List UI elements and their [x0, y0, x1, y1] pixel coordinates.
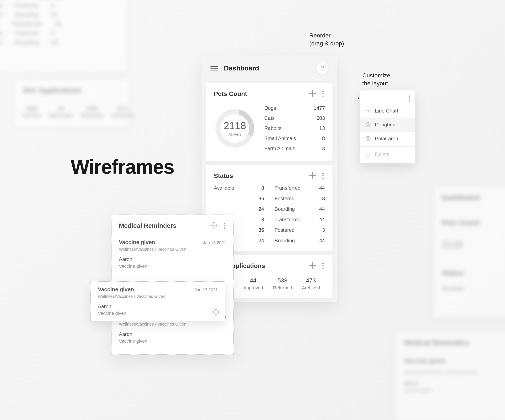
reminder-who: Aaron	[119, 331, 226, 337]
pets-count-card: Pets Count 2118 All Pets Dogs1477 Cats60…	[206, 83, 332, 161]
customize-menu: Line Chart Doughnut Polar area Delete	[360, 90, 415, 163]
reminder-item-dragging[interactable]: Vaccine givenJan 13 2021 Wellness/Vaccin…	[90, 281, 225, 321]
menu-icon[interactable]	[210, 66, 218, 70]
reminder-title[interactable]: Vaccine given	[98, 286, 134, 293]
reminder-action: Vaccine given	[119, 339, 226, 344]
dashboard-title: Dashboard	[224, 64, 259, 72]
menu-item-delete[interactable]: Delete	[360, 147, 415, 161]
ghost-applications-panel: ther Applications 688Denied 44Approved 5…	[15, 80, 128, 126]
svg-point-5	[367, 137, 369, 140]
card-menu-button[interactable]	[321, 90, 325, 98]
move-icon	[310, 91, 315, 96]
reminder-title[interactable]: Vaccine given	[119, 239, 155, 246]
stat-approved: 44Approved	[243, 277, 263, 291]
reminder-who: Aaron	[119, 256, 226, 262]
card-title: Pets Count	[214, 90, 247, 97]
card-menu-button[interactable]	[321, 262, 325, 270]
card-menu-button[interactable]	[321, 172, 325, 180]
card-menu-button[interactable]	[222, 221, 226, 230]
list-item: Small Animals8	[264, 133, 325, 144]
reminder-item[interactable]: Vaccine givenJan 13 2021 Wellness/Vaccin…	[112, 234, 233, 274]
ghost-reminders-panel: Medical Reminders Vaccine given Wellness…	[396, 332, 505, 420]
move-icon	[310, 263, 315, 268]
drag-handle[interactable]	[211, 223, 216, 229]
stat-returned: 538Returned	[273, 277, 292, 291]
menu-item-label: Polar area	[375, 136, 398, 142]
divider	[360, 146, 415, 147]
reminder-who: Aaron	[98, 303, 218, 309]
list-item: Cats603	[264, 113, 325, 123]
polar-icon	[365, 135, 371, 142]
svg-point-3	[367, 124, 369, 125]
doughnut-icon	[365, 122, 371, 128]
list-item: Dogs1477	[264, 103, 325, 113]
move-icon	[310, 173, 315, 178]
drag-handle[interactable]	[213, 309, 219, 316]
list-item: Farm Animals3	[264, 144, 325, 154]
reminder-subtitle: Wellness/Vaccines / Vaccines Given	[119, 247, 226, 252]
popover-menu-button[interactable]	[408, 94, 412, 103]
reminder-subtitle: Wellness/Vaccines / Vaccines Given	[119, 322, 226, 327]
trash-icon	[365, 151, 371, 157]
menu-item-label: Delete	[375, 151, 390, 157]
stat-archived: 473Archived	[302, 277, 320, 291]
menu-item-label: Line Chart	[375, 108, 398, 114]
move-icon	[211, 223, 216, 228]
reminder-date: Jan 13 2021	[195, 288, 218, 292]
svg-point-4	[366, 137, 370, 141]
annotation-reorder: Reorder (drag & drop)	[309, 31, 344, 48]
status-label: Available	[214, 185, 243, 191]
dashboard-header: Dashboard	[202, 55, 337, 79]
pets-donut-chart: 2118 All Pets	[214, 107, 256, 149]
pets-total: 2118	[224, 120, 246, 132]
reminder-action: Vaccine given	[98, 311, 218, 316]
pets-breakdown-list: Dogs1477 Cats603 Rabbits13 Small Animals…	[264, 103, 325, 154]
reminder-subtitle: Wellness/Vaccines / Vaccines Given	[98, 294, 218, 299]
card-title: Medical Reminders	[119, 222, 176, 229]
bell-icon	[320, 66, 325, 71]
menu-item-label: Doughnut	[375, 122, 397, 128]
reminder-action: Vaccine given	[119, 263, 226, 269]
drag-handle[interactable]	[310, 173, 315, 179]
annotation-customize: Customize the layout	[362, 71, 390, 88]
notifications-button[interactable]	[316, 62, 328, 74]
menu-item-doughnut[interactable]: Doughnut	[360, 118, 415, 132]
menu-item-polar-area[interactable]: Polar area	[360, 132, 415, 145]
pets-total-label: All Pets	[228, 132, 241, 137]
line-chart-icon	[365, 108, 371, 114]
menu-item-line-chart[interactable]: Line Chart	[360, 104, 415, 118]
ghost-dashboard-panel: Dashboard Pets Count 2118 Status Availab…	[433, 187, 505, 318]
drag-handle[interactable]	[310, 91, 315, 97]
card-title: Status	[214, 172, 233, 179]
page-title: Wireframes	[71, 156, 174, 178]
move-icon	[213, 309, 219, 315]
reminder-date: Jan 13 2021	[203, 240, 226, 245]
list-item: Rabbits13	[264, 123, 325, 133]
ghost-status-panel: Available8Transferred44 36Fostered3 24Bo…	[0, 0, 126, 71]
drag-handle[interactable]	[310, 263, 315, 269]
